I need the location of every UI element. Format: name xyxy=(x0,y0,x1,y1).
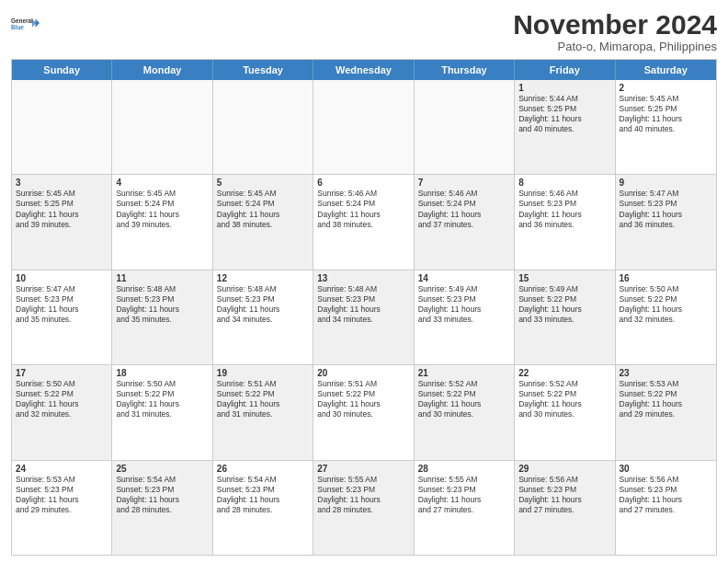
empty-cell xyxy=(213,80,313,174)
day-header-monday: Monday xyxy=(112,60,212,80)
day-info: Sunrise: 5:55 AM Sunset: 5:23 PM Dayligh… xyxy=(418,475,510,515)
day-info: Sunrise: 5:49 AM Sunset: 5:23 PM Dayligh… xyxy=(418,284,510,325)
day-number: 25 xyxy=(116,464,208,474)
day-number: 3 xyxy=(16,178,108,188)
day-cell-11: 11Sunrise: 5:48 AM Sunset: 5:23 PM Dayli… xyxy=(112,270,212,364)
day-number: 24 xyxy=(16,464,108,474)
svg-text:General: General xyxy=(11,17,33,24)
day-cell-15: 15Sunrise: 5:49 AM Sunset: 5:22 PM Dayli… xyxy=(515,270,615,364)
day-info: Sunrise: 5:48 AM Sunset: 5:23 PM Dayligh… xyxy=(317,284,409,325)
day-info: Sunrise: 5:50 AM Sunset: 5:22 PM Dayligh… xyxy=(620,284,712,325)
day-info: Sunrise: 5:50 AM Sunset: 5:22 PM Dayligh… xyxy=(116,379,208,419)
day-number: 30 xyxy=(620,464,712,474)
day-cell-24: 24Sunrise: 5:53 AM Sunset: 5:23 PM Dayli… xyxy=(12,461,112,555)
day-cell-21: 21Sunrise: 5:52 AM Sunset: 5:22 PM Dayli… xyxy=(415,365,515,459)
day-number: 22 xyxy=(518,368,610,378)
day-cell-30: 30Sunrise: 5:56 AM Sunset: 5:23 PM Dayli… xyxy=(616,461,716,555)
day-number: 27 xyxy=(317,464,409,474)
day-info: Sunrise: 5:48 AM Sunset: 5:23 PM Dayligh… xyxy=(217,284,309,325)
day-cell-27: 27Sunrise: 5:55 AM Sunset: 5:23 PM Dayli… xyxy=(313,461,414,555)
day-info: Sunrise: 5:52 AM Sunset: 5:22 PM Dayligh… xyxy=(518,379,610,419)
day-info: Sunrise: 5:53 AM Sunset: 5:23 PM Dayligh… xyxy=(16,475,108,515)
empty-cell xyxy=(313,80,414,174)
day-header-wednesday: Wednesday xyxy=(313,60,414,80)
logo-icon: GeneralBlue xyxy=(11,9,40,39)
day-cell-13: 13Sunrise: 5:48 AM Sunset: 5:23 PM Dayli… xyxy=(313,270,414,364)
day-info: Sunrise: 5:47 AM Sunset: 5:23 PM Dayligh… xyxy=(16,284,108,325)
day-number: 2 xyxy=(620,83,712,93)
day-header-thursday: Thursday xyxy=(415,60,515,80)
day-cell-20: 20Sunrise: 5:51 AM Sunset: 5:22 PM Dayli… xyxy=(313,365,414,459)
day-number: 26 xyxy=(217,464,309,474)
logo: GeneralBlue xyxy=(11,9,40,39)
day-cell-12: 12Sunrise: 5:48 AM Sunset: 5:23 PM Dayli… xyxy=(213,270,313,364)
day-number: 15 xyxy=(518,273,610,283)
day-info: Sunrise: 5:56 AM Sunset: 5:23 PM Dayligh… xyxy=(518,475,610,515)
day-cell-2: 2Sunrise: 5:45 AM Sunset: 5:25 PM Daylig… xyxy=(616,80,716,174)
day-cell-8: 8Sunrise: 5:46 AM Sunset: 5:23 PM Daylig… xyxy=(515,175,615,269)
day-number: 6 xyxy=(317,178,409,188)
day-number: 9 xyxy=(620,178,712,188)
day-info: Sunrise: 5:46 AM Sunset: 5:23 PM Dayligh… xyxy=(518,189,610,229)
svg-text:Blue: Blue xyxy=(11,24,24,30)
main-title: November 2024 xyxy=(513,9,717,40)
day-cell-9: 9Sunrise: 5:47 AM Sunset: 5:23 PM Daylig… xyxy=(616,175,716,269)
day-cell-29: 29Sunrise: 5:56 AM Sunset: 5:23 PM Dayli… xyxy=(515,461,615,555)
page-container: GeneralBlue November 2024 Pato-o, Mimaro… xyxy=(0,0,728,563)
empty-cell xyxy=(12,80,112,174)
day-info: Sunrise: 5:45 AM Sunset: 5:25 PM Dayligh… xyxy=(16,189,108,229)
day-number: 29 xyxy=(518,464,610,474)
calendar-row-2: 3Sunrise: 5:45 AM Sunset: 5:25 PM Daylig… xyxy=(12,174,716,269)
calendar-row-1: 1Sunrise: 5:44 AM Sunset: 5:25 PM Daylig… xyxy=(12,80,716,174)
day-header-sunday: Sunday xyxy=(12,60,112,80)
day-cell-4: 4Sunrise: 5:45 AM Sunset: 5:24 PM Daylig… xyxy=(112,175,212,269)
day-info: Sunrise: 5:46 AM Sunset: 5:24 PM Dayligh… xyxy=(418,189,510,229)
day-info: Sunrise: 5:47 AM Sunset: 5:23 PM Dayligh… xyxy=(620,189,712,229)
day-info: Sunrise: 5:54 AM Sunset: 5:23 PM Dayligh… xyxy=(116,475,208,515)
calendar: SundayMondayTuesdayWednesdayThursdayFrid… xyxy=(11,59,717,556)
day-number: 21 xyxy=(418,368,510,378)
day-info: Sunrise: 5:45 AM Sunset: 5:24 PM Dayligh… xyxy=(116,189,208,229)
day-number: 14 xyxy=(418,273,510,283)
day-cell-26: 26Sunrise: 5:54 AM Sunset: 5:23 PM Dayli… xyxy=(213,461,313,555)
day-number: 12 xyxy=(217,273,309,283)
calendar-body: 1Sunrise: 5:44 AM Sunset: 5:25 PM Daylig… xyxy=(12,80,716,555)
day-cell-22: 22Sunrise: 5:52 AM Sunset: 5:22 PM Dayli… xyxy=(515,365,615,459)
day-cell-7: 7Sunrise: 5:46 AM Sunset: 5:24 PM Daylig… xyxy=(415,175,515,269)
calendar-row-3: 10Sunrise: 5:47 AM Sunset: 5:23 PM Dayli… xyxy=(12,270,716,364)
day-number: 7 xyxy=(418,178,510,188)
title-block: November 2024 Pato-o, Mimaropa, Philippi… xyxy=(513,9,717,53)
day-number: 1 xyxy=(518,83,610,93)
day-number: 5 xyxy=(217,178,309,188)
day-cell-18: 18Sunrise: 5:50 AM Sunset: 5:22 PM Dayli… xyxy=(112,365,212,459)
day-number: 23 xyxy=(620,368,712,378)
day-cell-19: 19Sunrise: 5:51 AM Sunset: 5:22 PM Dayli… xyxy=(213,365,313,459)
day-number: 17 xyxy=(16,368,108,378)
day-info: Sunrise: 5:52 AM Sunset: 5:22 PM Dayligh… xyxy=(418,379,510,419)
day-cell-17: 17Sunrise: 5:50 AM Sunset: 5:22 PM Dayli… xyxy=(12,365,112,459)
day-info: Sunrise: 5:51 AM Sunset: 5:22 PM Dayligh… xyxy=(217,379,309,419)
day-header-saturday: Saturday xyxy=(616,60,716,80)
day-info: Sunrise: 5:53 AM Sunset: 5:22 PM Dayligh… xyxy=(620,379,712,419)
day-cell-6: 6Sunrise: 5:46 AM Sunset: 5:24 PM Daylig… xyxy=(313,175,414,269)
day-cell-3: 3Sunrise: 5:45 AM Sunset: 5:25 PM Daylig… xyxy=(12,175,112,269)
day-info: Sunrise: 5:55 AM Sunset: 5:23 PM Dayligh… xyxy=(317,475,409,515)
day-number: 8 xyxy=(518,178,610,188)
day-cell-14: 14Sunrise: 5:49 AM Sunset: 5:23 PM Dayli… xyxy=(415,270,515,364)
empty-cell xyxy=(112,80,212,174)
calendar-header: SundayMondayTuesdayWednesdayThursdayFrid… xyxy=(12,60,716,80)
day-number: 20 xyxy=(317,368,409,378)
day-info: Sunrise: 5:51 AM Sunset: 5:22 PM Dayligh… xyxy=(317,379,409,419)
day-info: Sunrise: 5:50 AM Sunset: 5:22 PM Dayligh… xyxy=(16,379,108,419)
empty-cell xyxy=(415,80,515,174)
day-info: Sunrise: 5:45 AM Sunset: 5:24 PM Dayligh… xyxy=(217,189,309,229)
day-number: 13 xyxy=(317,273,409,283)
day-number: 28 xyxy=(418,464,510,474)
day-info: Sunrise: 5:54 AM Sunset: 5:23 PM Dayligh… xyxy=(217,475,309,515)
day-info: Sunrise: 5:56 AM Sunset: 5:23 PM Dayligh… xyxy=(620,475,712,515)
day-number: 4 xyxy=(116,178,208,188)
day-cell-28: 28Sunrise: 5:55 AM Sunset: 5:23 PM Dayli… xyxy=(415,461,515,555)
day-cell-25: 25Sunrise: 5:54 AM Sunset: 5:23 PM Dayli… xyxy=(112,461,212,555)
day-number: 10 xyxy=(16,273,108,283)
day-info: Sunrise: 5:49 AM Sunset: 5:22 PM Dayligh… xyxy=(518,284,610,325)
